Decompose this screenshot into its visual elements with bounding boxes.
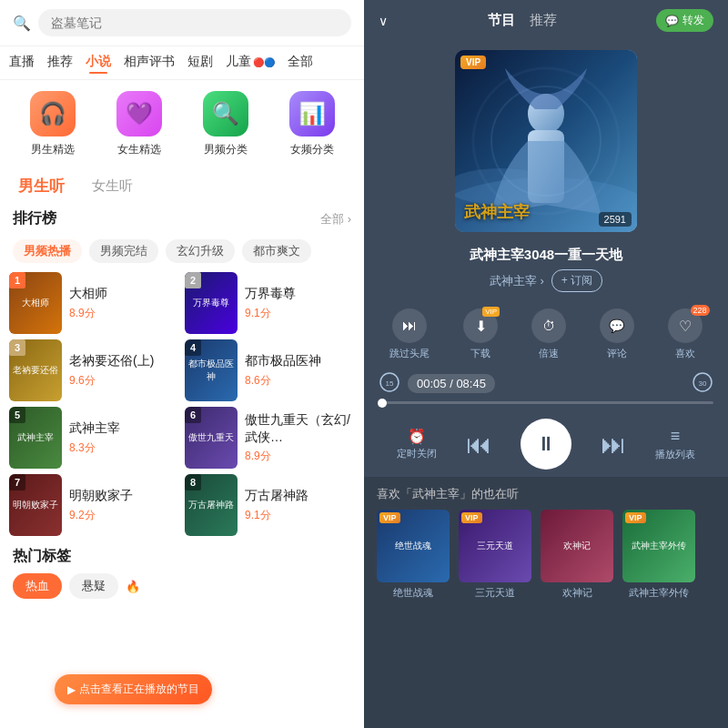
svg-text:30: 30: [699, 379, 707, 388]
gender-male[interactable]: 男生听: [18, 176, 65, 197]
track-sub: 武神主宰 › + 订阅: [364, 266, 728, 301]
action-download[interactable]: ⬇ VIP 下载: [463, 308, 498, 360]
rec-vip-1: VIP: [461, 512, 482, 523]
filter-hot[interactable]: 男频热播: [13, 239, 82, 263]
pause-icon: ⏸: [536, 432, 556, 456]
search-input[interactable]: [38, 9, 351, 36]
like-label: 喜欢: [675, 347, 695, 360]
track-title: 武神主宰3048一重一天地: [364, 241, 728, 266]
prev-track-btn[interactable]: ⏮: [466, 430, 491, 460]
rec-item-0[interactable]: 绝世战魂 VIP 绝世战魂: [377, 510, 450, 600]
book-score-8: 9.1分: [245, 508, 355, 523]
tab-comic[interactable]: 相声评书: [124, 54, 175, 72]
rec-cover-0: 绝世战魂 VIP: [377, 510, 450, 582]
book-item-7[interactable]: 明朝败家子 7 明朝败家子 9.2分: [9, 474, 179, 536]
timer-icon: ⏰: [408, 428, 426, 445]
action-comment[interactable]: 💬 评论: [600, 308, 634, 360]
search-icon: 🔍: [13, 15, 31, 32]
ranking-all-link[interactable]: 全部 ›: [320, 211, 351, 228]
book-score-4: 8.6分: [245, 373, 355, 389]
filter-city[interactable]: 都市爽文: [242, 239, 311, 263]
next-track-btn[interactable]: ⏭: [601, 430, 626, 460]
tab-program[interactable]: 节目: [488, 12, 515, 29]
book-name-2: 万界毒尊: [245, 285, 355, 301]
action-like[interactable]: ♡ 228 喜欢: [668, 308, 703, 360]
download-icon: ⬇ VIP: [463, 308, 498, 343]
book-cover-6: 傲世九重天 6: [185, 407, 238, 469]
book-item-2[interactable]: 万界毒尊 2 万界毒尊 9.1分: [185, 272, 355, 334]
rec-vip-3: VIP: [625, 512, 646, 523]
time-display: 15 00:05 / 08:45 30: [379, 371, 713, 396]
book-item-5[interactable]: 武神主宰 5 武神主宰 8.3分: [9, 407, 179, 469]
action-speed[interactable]: ⏱ 倍速: [531, 308, 566, 360]
book-cover-8: 万古屠神路 8: [185, 474, 238, 536]
cat-female-label: 女生精选: [117, 142, 161, 157]
rec-item-2[interactable]: 欢神记 欢神记: [541, 510, 613, 600]
rec-label-0: 绝世战魂: [377, 586, 450, 600]
cat-male[interactable]: 🎧 男生精选: [30, 91, 76, 157]
tab-kids[interactable]: 儿童🔴🔵: [226, 54, 275, 72]
playlist[interactable]: ≡ 播放列表: [655, 427, 695, 461]
back15-btn[interactable]: 15: [379, 371, 400, 396]
rec-cover-3: 武神主宰外传 VIP: [622, 510, 695, 582]
filter-xuan[interactable]: 玄幻升级: [166, 239, 235, 263]
comment-label: 评论: [607, 347, 627, 360]
book-score-6: 8.9分: [245, 449, 355, 464]
book-cover-4: 都市极品医神 4: [185, 339, 238, 401]
book-name-4: 都市极品医神: [245, 352, 355, 369]
tab-recommend-right[interactable]: 推荐: [530, 12, 557, 29]
action-skip[interactable]: ⏭ 跳过头尾: [389, 308, 430, 360]
book-info-5: 武神主宰 8.3分: [69, 420, 179, 455]
cat-female-cat-label: 女频分类: [290, 142, 334, 157]
book-info-4: 都市极品医神 8.6分: [245, 352, 355, 388]
wechat-icon: 💬: [665, 15, 679, 27]
rec-item-3[interactable]: 武神主宰外传 VIP 武神主宰外传: [622, 510, 695, 600]
cat-female-cat[interactable]: 📊 女频分类: [289, 91, 335, 157]
subscribe-button[interactable]: + 订阅: [551, 269, 602, 292]
book-name-5: 武神主宰: [69, 420, 179, 436]
book-item-3[interactable]: 老衲要还俗 3 老衲要还俗(上) 9.6分: [9, 339, 179, 401]
book-item-1[interactable]: 大相师 1 大相师 8.9分: [9, 272, 179, 334]
tab-all[interactable]: 全部: [288, 54, 313, 72]
right-header: ∨ 节目 推荐 💬 转发: [364, 0, 728, 41]
skip-label: 跳过头尾: [389, 347, 430, 360]
tab-recommend[interactable]: 推荐: [47, 54, 73, 72]
track-series-link[interactable]: 武神主宰 ›: [490, 273, 544, 289]
rank-6: 6: [185, 407, 201, 423]
rec-vip-0: VIP: [379, 512, 400, 523]
svg-text:15: 15: [386, 379, 394, 388]
book-cover-1: 大相师 1: [9, 272, 62, 334]
tab-novel[interactable]: 小说: [86, 54, 111, 72]
book-name-3: 老衲要还俗(上): [69, 352, 179, 369]
time-current: 00:05 / 08:45: [408, 374, 495, 393]
tag-hot-blood[interactable]: 热血: [13, 573, 62, 599]
book-cover-3: 老衲要还俗 3: [9, 339, 62, 401]
rank-7: 7: [9, 474, 25, 490]
album-cover-inner: VIP 武神主宰 2591: [455, 50, 637, 232]
book-item-6[interactable]: 傲世九重天 6 傲世九重天（玄幻/武侠… 8.9分: [185, 407, 355, 469]
progress-bar[interactable]: [379, 401, 713, 404]
book-item-8[interactable]: 万古屠神路 8 万古屠神路 9.1分: [185, 474, 355, 536]
rec-label-3: 武神主宰外传: [622, 586, 695, 600]
book-name-7: 明朝败家子: [69, 487, 179, 503]
tag-mystery[interactable]: 悬疑: [69, 573, 118, 599]
rec-item-1[interactable]: 三元天道 VIP 三元天道: [459, 510, 531, 600]
comment-icon: 💬: [600, 308, 634, 343]
progress-section: 15 00:05 / 08:45 30: [364, 368, 728, 408]
book-info-1: 大相师 8.9分: [69, 285, 179, 320]
fwd30-btn[interactable]: 30: [692, 371, 713, 396]
chevron-down-icon[interactable]: ∨: [379, 14, 388, 28]
tab-short[interactable]: 短剧: [187, 54, 213, 72]
tab-live[interactable]: 直播: [9, 54, 35, 72]
cat-male-cat[interactable]: 🔍 男频分类: [203, 91, 248, 157]
play-pause-btn[interactable]: ⏸: [521, 419, 571, 470]
book-info-3: 老衲要还俗(上) 9.6分: [69, 352, 179, 388]
filter-complete[interactable]: 男频完结: [89, 239, 158, 263]
timer-close[interactable]: ⏰ 定时关闭: [397, 428, 437, 460]
cat-female[interactable]: 💜 女生精选: [116, 91, 162, 157]
gender-female[interactable]: 女生听: [92, 177, 133, 195]
progress-thumb[interactable]: [378, 399, 387, 408]
floating-now-playing[interactable]: ▶ 点击查看正在播放的节目: [55, 674, 212, 704]
book-item-4[interactable]: 都市极品医神 4 都市极品医神 8.6分: [185, 339, 355, 401]
wechat-share-btn[interactable]: 💬 转发: [656, 9, 713, 32]
